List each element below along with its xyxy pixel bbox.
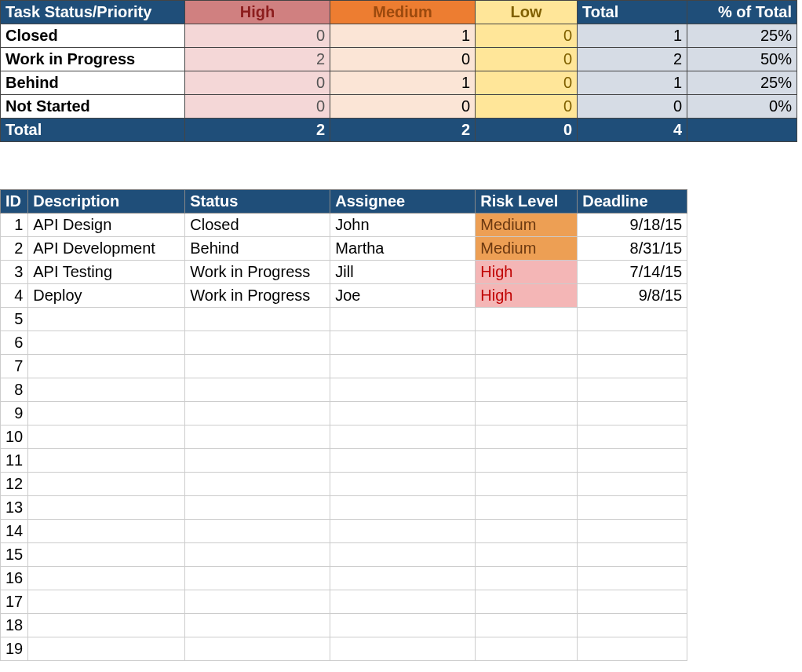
cell-status[interactable] [185,590,330,614]
cell-desc[interactable] [28,378,185,402]
cell-low[interactable]: 0 [476,24,578,48]
totals-total[interactable]: 4 [578,119,687,142]
th-desc[interactable]: Description [28,190,185,214]
cell-id[interactable]: 14 [1,520,28,543]
cell-risk[interactable] [476,567,578,590]
hdr-high[interactable]: High [185,1,330,24]
cell-id[interactable]: 7 [1,355,28,378]
cell-id[interactable]: 18 [1,614,28,637]
th-id[interactable]: ID [1,190,28,214]
cell-status[interactable] [185,449,330,473]
cell-high[interactable]: 0 [185,95,330,119]
cell-total[interactable]: 1 [578,24,687,48]
cell-deadline[interactable] [578,614,687,637]
cell-deadline[interactable] [578,543,687,567]
cell-id[interactable]: 6 [1,331,28,355]
cell-status[interactable]: Closed [185,214,330,237]
cell-status[interactable] [185,331,330,355]
cell-assignee[interactable] [330,520,476,543]
cell-id[interactable]: 11 [1,449,28,473]
totals-med[interactable]: 2 [330,119,476,142]
cell-assignee[interactable] [330,402,476,425]
cell-assignee[interactable] [330,543,476,567]
cell-deadline[interactable] [578,402,687,425]
cell-deadline[interactable] [578,473,687,496]
cell-med[interactable]: 0 [330,95,476,119]
hdr-medium[interactable]: Medium [330,1,476,24]
cell-assignee[interactable]: Jill [330,261,476,284]
totals-pct[interactable] [687,119,797,142]
cell-assignee[interactable] [330,473,476,496]
cell-desc[interactable] [28,402,185,425]
totals-high[interactable]: 2 [185,119,330,142]
cell-status[interactable] [185,308,330,331]
cell-risk[interactable] [476,473,578,496]
cell-desc[interactable]: API Design [28,214,185,237]
cell-status[interactable] [185,520,330,543]
cell-high[interactable]: 0 [185,71,330,95]
cell-desc[interactable]: API Development [28,237,185,261]
cell-desc[interactable] [28,425,185,449]
cell-id[interactable]: 17 [1,590,28,614]
cell-med[interactable]: 0 [330,48,476,71]
cell-id[interactable]: 12 [1,473,28,496]
cell-assignee[interactable] [330,496,476,520]
cell-med[interactable]: 1 [330,71,476,95]
cell-risk[interactable]: Medium [476,214,578,237]
cell-risk[interactable] [476,402,578,425]
cell-risk[interactable] [476,355,578,378]
cell-assignee[interactable] [330,567,476,590]
totals-label[interactable]: Total [1,119,185,142]
cell-status[interactable] [185,355,330,378]
cell-desc[interactable]: Deploy [28,284,185,308]
cell-desc[interactable] [28,355,185,378]
th-risk[interactable]: Risk Level [476,190,578,214]
cell-risk[interactable] [476,331,578,355]
cell-total[interactable]: 0 [578,95,687,119]
cell-assignee[interactable] [330,331,476,355]
th-deadline[interactable]: Deadline [578,190,687,214]
cell-deadline[interactable] [578,378,687,402]
cell-deadline[interactable]: 8/31/15 [578,237,687,261]
row-label[interactable]: Closed [1,24,185,48]
cell-id[interactable]: 2 [1,237,28,261]
cell-risk[interactable]: Medium [476,237,578,261]
cell-risk[interactable] [476,496,578,520]
totals-low[interactable]: 0 [476,119,578,142]
cell-assignee[interactable] [330,308,476,331]
cell-status[interactable] [185,543,330,567]
cell-id[interactable]: 9 [1,402,28,425]
cell-desc[interactable] [28,543,185,567]
cell-id[interactable]: 10 [1,425,28,449]
cell-low[interactable]: 0 [476,71,578,95]
cell-status[interactable] [185,425,330,449]
cell-status[interactable]: Behind [185,237,330,261]
cell-risk[interactable]: High [476,284,578,308]
cell-status[interactable] [185,378,330,402]
cell-deadline[interactable] [578,590,687,614]
cell-total[interactable]: 2 [578,48,687,71]
cell-id[interactable]: 3 [1,261,28,284]
cell-status[interactable] [185,614,330,637]
cell-id[interactable]: 4 [1,284,28,308]
cell-deadline[interactable] [578,496,687,520]
cell-assignee[interactable] [330,355,476,378]
cell-desc[interactable] [28,331,185,355]
hdr-pct[interactable]: % of Total [687,1,797,24]
cell-desc[interactable]: API Testing [28,261,185,284]
cell-risk[interactable] [476,520,578,543]
cell-status[interactable] [185,496,330,520]
cell-desc[interactable] [28,637,185,661]
cell-risk[interactable] [476,590,578,614]
cell-assignee[interactable] [330,637,476,661]
cell-deadline[interactable] [578,355,687,378]
cell-pct[interactable]: 50% [687,48,797,71]
hdr-low[interactable]: Low [476,1,578,24]
th-assignee[interactable]: Assignee [330,190,476,214]
cell-desc[interactable] [28,308,185,331]
cell-assignee[interactable] [330,378,476,402]
cell-risk[interactable] [476,543,578,567]
cell-id[interactable]: 15 [1,543,28,567]
cell-id[interactable]: 5 [1,308,28,331]
cell-desc[interactable] [28,520,185,543]
